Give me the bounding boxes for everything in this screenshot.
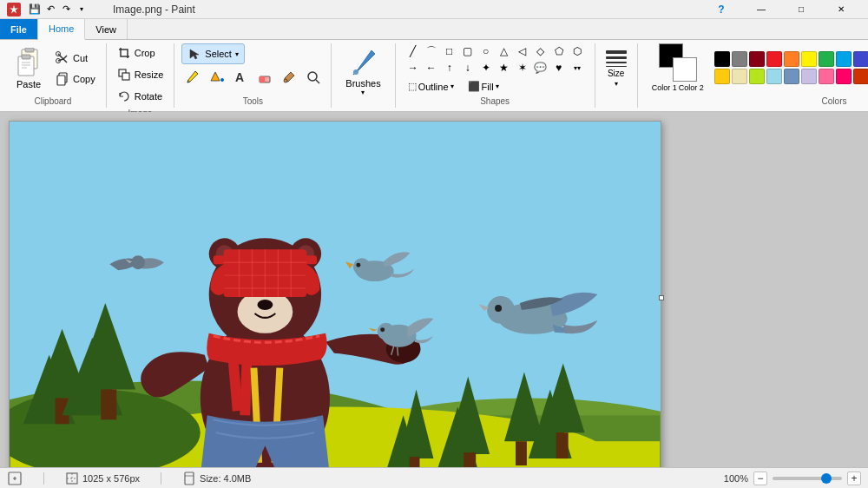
fill-dropdown[interactable]: ⬛ Fill ▾	[464, 79, 503, 94]
color-swatch-14[interactable]	[714, 69, 730, 84]
color-swatch-21[interactable]	[836, 69, 852, 84]
size-line-3	[606, 62, 627, 63]
shape-arrow-l[interactable]: ←	[423, 60, 440, 76]
cut-button[interactable]: Cut	[52, 49, 99, 68]
text-tool[interactable]: A	[230, 67, 251, 88]
canvas[interactable]	[9, 121, 661, 467]
svg-rect-3	[22, 55, 30, 59]
filesize-text: Size: 4.0MB	[200, 473, 251, 484]
customize-quick-btn[interactable]: ▾	[75, 3, 89, 16]
size-line-4	[606, 66, 627, 67]
color-stacked-area	[659, 43, 697, 82]
svg-rect-45	[464, 452, 476, 467]
zoom-text: 100%	[724, 473, 748, 484]
paste-button[interactable]: Paste	[7, 44, 50, 93]
magnify-tool[interactable]	[303, 67, 324, 88]
color-swatch-0[interactable]	[714, 51, 730, 67]
svg-rect-91	[185, 472, 194, 485]
zoom-out-btn[interactable]: −	[753, 472, 767, 485]
pencil-tool[interactable]	[181, 67, 202, 88]
save-quick-btn[interactable]: 💾	[28, 3, 42, 16]
shape-star4[interactable]: ✦	[477, 60, 495, 76]
crop-button[interactable]: Crop	[114, 43, 159, 63]
shape-callout[interactable]: 💬	[532, 60, 549, 76]
color-swatch-19[interactable]	[801, 69, 817, 84]
svg-point-19	[353, 69, 358, 75]
color1-label: Color 1	[652, 83, 677, 92]
resize-button[interactable]: Resize	[114, 65, 168, 84]
shape-more[interactable]: ▾▾	[569, 60, 586, 76]
maximize-btn[interactable]: □	[781, 0, 821, 19]
shape-star6[interactable]: ✶	[514, 60, 531, 76]
color-swatch-15[interactable]	[732, 69, 747, 84]
status-bar: 1025 x 576px Size: 4.0MB 100% − +	[0, 467, 868, 488]
undo-quick-btn[interactable]: ↶	[43, 3, 57, 16]
tab-file[interactable]: File	[0, 19, 38, 39]
size-group-label: .	[615, 94, 617, 108]
svg-point-82	[353, 258, 371, 275]
svg-rect-12	[122, 73, 129, 80]
shape-pentagon[interactable]: ⬠	[550, 43, 568, 59]
fill-tool[interactable]	[206, 67, 227, 88]
size-chevron: ▾	[615, 80, 618, 88]
shape-line[interactable]: ╱	[404, 43, 422, 59]
color-swatch-7[interactable]	[836, 51, 852, 67]
canvas-container[interactable]	[0, 112, 868, 467]
color-swatch-2[interactable]	[749, 51, 765, 67]
shape-hexagon[interactable]: ⬡	[569, 43, 586, 59]
color-swatch-5[interactable]	[801, 51, 817, 67]
paste-label: Paste	[16, 79, 41, 89]
shape-heart[interactable]: ♥	[550, 60, 568, 76]
shape-star5[interactable]: ★	[496, 60, 513, 76]
color-swatch-3[interactable]	[766, 51, 782, 67]
tab-view[interactable]: View	[85, 19, 128, 39]
brushes-label: Brushes	[345, 78, 380, 89]
shape-arrow-d[interactable]: ↓	[459, 60, 477, 76]
shape-arrow-r[interactable]: →	[404, 60, 422, 76]
minimize-btn[interactable]: —	[741, 0, 781, 19]
redo-quick-btn[interactable]: ↷	[59, 3, 73, 16]
rotate-button[interactable]: Rotate	[114, 87, 166, 106]
shape-diamond[interactable]: ◇	[532, 43, 549, 59]
eraser-tool[interactable]	[254, 67, 275, 88]
status-item-filesize: Size: 4.0MB	[182, 472, 251, 485]
brushes-chevron: ▾	[361, 89, 365, 96]
color-swatch-22[interactable]	[853, 69, 868, 84]
shape-rtriangle[interactable]: ◁	[514, 43, 531, 59]
color-swatch-1[interactable]	[732, 51, 747, 67]
outline-dropdown[interactable]: ⬚ Outline ▾	[404, 79, 457, 94]
color-swatch-16[interactable]	[749, 69, 765, 84]
select-button[interactable]: Select ▾	[181, 43, 245, 64]
help-btn[interactable]: ?	[701, 0, 741, 19]
colors-group-content: Color 1 Color 2	[645, 43, 868, 94]
copy-button[interactable]: Copy	[52, 69, 99, 89]
zoom-in-btn[interactable]: +	[847, 472, 861, 485]
zoom-slider[interactable]	[773, 477, 842, 480]
color-swatch-6[interactable]	[819, 51, 834, 67]
shape-ellipse[interactable]: ○	[477, 43, 495, 59]
close-btn[interactable]: ✕	[821, 0, 861, 19]
colors-label: Colors	[822, 94, 847, 108]
size-button[interactable]: Size ▾	[602, 47, 630, 91]
shape-arrow-u[interactable]: ↑	[441, 60, 458, 76]
resize-handle-right[interactable]	[659, 295, 664, 300]
picker-tool[interactable]	[279, 67, 299, 88]
ribbon-tabs: File Home View	[0, 19, 868, 40]
color-swatch-17[interactable]	[766, 69, 782, 84]
crop-label: Crop	[135, 48, 155, 58]
shape-curve[interactable]: ⌒	[423, 43, 440, 59]
color-swatch-20[interactable]	[819, 69, 834, 84]
select-icon	[187, 47, 201, 61]
color-swatch-8[interactable]	[853, 51, 868, 67]
color2-box[interactable]	[673, 57, 697, 82]
zoom-thumb[interactable]	[821, 473, 832, 484]
fill-chevron: ▾	[496, 82, 499, 90]
tab-home[interactable]: Home	[38, 19, 85, 40]
shape-rect[interactable]: □	[441, 43, 458, 59]
color-swatch-4[interactable]	[784, 51, 799, 67]
shape-roundrect[interactable]: ▢	[459, 43, 477, 59]
color-swatch-18[interactable]	[784, 69, 799, 84]
brushes-button[interactable]: Brushes ▾	[339, 43, 387, 100]
tools-label: Tools	[243, 94, 263, 108]
shape-triangle[interactable]: △	[496, 43, 513, 59]
